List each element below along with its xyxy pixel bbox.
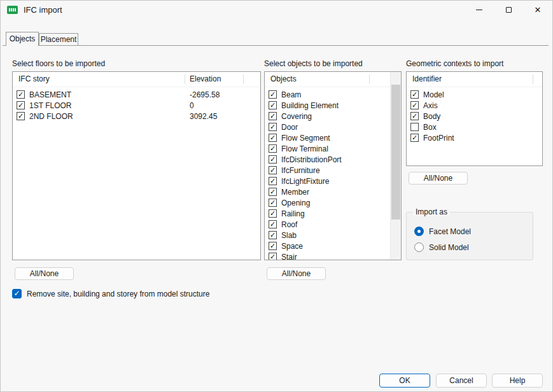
checkbox[interactable]: ✓: [269, 209, 277, 218]
radio-solid-model[interactable]: Solid Model: [414, 242, 469, 252]
radio-button-icon[interactable]: [414, 242, 424, 252]
object-row[interactable]: ✓IfcDistributionPort: [265, 154, 390, 165]
object-row[interactable]: ✓Stair: [265, 251, 390, 260]
object-name: IfcFurniture: [281, 166, 320, 175]
remove-structure-checkbox-row[interactable]: ✓ Remove site, building and storey from …: [12, 289, 209, 298]
radio-button-icon[interactable]: [414, 227, 424, 236]
radio-solid-model-label: Solid Model: [429, 243, 469, 252]
checkbox[interactable]: ✓: [269, 112, 277, 120]
floor-name-cell: ✓2ND FLOOR: [17, 112, 190, 121]
checkbox[interactable]: ✓: [269, 166, 277, 174]
checkbox[interactable]: ✓: [269, 188, 277, 196]
remove-structure-checkbox[interactable]: ✓: [12, 289, 22, 298]
maximize-button[interactable]: [494, 1, 523, 18]
checkbox[interactable]: ✓: [17, 101, 25, 109]
import-as-groupbox: [406, 212, 533, 260]
object-row[interactable]: ✓Flow Segment: [265, 132, 390, 143]
checkbox[interactable]: ✓: [410, 112, 419, 120]
checkbox[interactable]: ✓: [269, 134, 277, 142]
floor-elevation: 3092.45: [190, 112, 260, 121]
context-row[interactable]: ✓FootPrint: [407, 132, 542, 143]
contexts-list-header: Identifier: [407, 72, 542, 87]
floors-all-none-button[interactable]: All/None: [15, 267, 74, 280]
object-row[interactable]: ✓Building Element: [265, 100, 390, 111]
floors-list-body: ✓BASEMENT-2695.58✓1ST FLOOR0✓2ND FLOOR30…: [13, 87, 260, 122]
checkbox[interactable]: ✓: [269, 155, 277, 164]
close-button[interactable]: ✕: [523, 1, 552, 18]
checkbox[interactable]: ✓: [17, 112, 25, 120]
checkbox[interactable]: ✓: [269, 231, 277, 239]
checkbox[interactable]: ✓: [17, 90, 25, 99]
object-row[interactable]: ✓IfcLightFixture: [265, 176, 390, 186]
checkbox[interactable]: ✓: [269, 144, 277, 153]
app-icon: [7, 6, 18, 14]
objects-scrollbar-thumb[interactable]: [391, 85, 400, 220]
column-divider[interactable]: [185, 74, 185, 84]
object-row[interactable]: ✓Railing: [265, 208, 390, 219]
object-name: Opening: [281, 199, 310, 207]
floor-row[interactable]: ✓BASEMENT-2695.58: [13, 89, 260, 100]
object-row[interactable]: ✓Opening: [265, 197, 390, 208]
import-as-group-label: Import as: [413, 207, 450, 216]
object-row[interactable]: ✓Slab: [265, 230, 390, 241]
objects-all-none-button[interactable]: All/None: [267, 267, 326, 280]
remove-structure-label: Remove site, building and storey from mo…: [27, 290, 209, 298]
column-divider[interactable]: [243, 74, 244, 84]
floor-row[interactable]: ✓1ST FLOOR0: [13, 100, 260, 111]
window-title: IFC import: [24, 5, 62, 15]
object-row[interactable]: ✓Door: [265, 122, 390, 132]
checkbox[interactable]: ✓: [269, 220, 277, 228]
minimize-button[interactable]: [465, 1, 494, 18]
context-row[interactable]: ✓Axis: [407, 100, 542, 111]
object-name: Flow Segment: [281, 134, 330, 143]
object-row[interactable]: ✓Beam: [265, 89, 390, 100]
checkbox[interactable]: ✓: [269, 90, 277, 99]
object-row[interactable]: ✓Space: [265, 241, 390, 251]
checkbox[interactable]: ✓: [269, 177, 277, 185]
floor-row[interactable]: ✓2ND FLOOR3092.45: [13, 111, 260, 122]
contexts-list: Identifier ✓Model✓Axis✓BodyBox✓FootPrint: [406, 71, 543, 166]
checkbox[interactable]: ✓: [269, 123, 277, 131]
window-controls: ✕: [465, 1, 552, 18]
object-name: Stair: [281, 253, 297, 261]
floor-name-cell: ✓BASEMENT: [17, 90, 190, 99]
object-name: Door: [281, 123, 298, 132]
floor-name-cell: ✓1ST FLOOR: [17, 101, 190, 110]
radio-facet-model[interactable]: Facet Model: [414, 227, 471, 236]
object-row[interactable]: ✓IfcFurniture: [265, 165, 390, 176]
column-divider[interactable]: [369, 74, 370, 84]
column-divider[interactable]: [533, 74, 533, 84]
object-row[interactable]: ✓Flow Terminal: [265, 143, 390, 154]
maximize-icon: [506, 7, 512, 13]
floor-name: 1ST FLOOR: [29, 101, 71, 110]
object-row[interactable]: ✓Roof: [265, 219, 390, 230]
checkbox[interactable]: ✓: [269, 101, 277, 109]
checkbox[interactable]: ✓: [410, 134, 419, 142]
context-row[interactable]: Box: [407, 122, 542, 132]
objects-column-header: Objects: [270, 72, 297, 87]
context-row[interactable]: ✓Body: [407, 111, 542, 122]
tab-placement[interactable]: Placement: [39, 33, 78, 45]
object-name: Space: [281, 242, 303, 251]
contexts-column-header: Identifier: [412, 72, 442, 87]
context-row[interactable]: ✓Model: [407, 89, 542, 100]
checkbox[interactable]: ✓: [410, 90, 419, 99]
checkbox[interactable]: ✓: [269, 199, 277, 207]
checkbox[interactable]: ✓: [269, 242, 277, 250]
object-name: Member: [281, 188, 309, 197]
checkbox[interactable]: [410, 123, 419, 131]
tab-objects[interactable]: Objects: [6, 32, 39, 46]
checkbox[interactable]: ✓: [269, 253, 277, 260]
object-row[interactable]: ✓Member: [265, 186, 390, 197]
contexts-all-none-button[interactable]: All/None: [409, 172, 468, 185]
object-row[interactable]: ✓Covering: [265, 111, 390, 122]
checkbox[interactable]: ✓: [410, 101, 419, 109]
floor-elevation: 0: [190, 101, 260, 110]
floors-list: IFC story Elevation ✓BASEMENT-2695.58✓1S…: [12, 71, 261, 260]
context-name: FootPrint: [423, 134, 454, 143]
object-name: Roof: [281, 220, 297, 229]
help-button[interactable]: Help: [492, 374, 543, 388]
objects-scrollbar[interactable]: [390, 72, 401, 260]
cancel-button[interactable]: Cancel: [436, 374, 487, 388]
ok-button[interactable]: OK: [379, 374, 430, 388]
